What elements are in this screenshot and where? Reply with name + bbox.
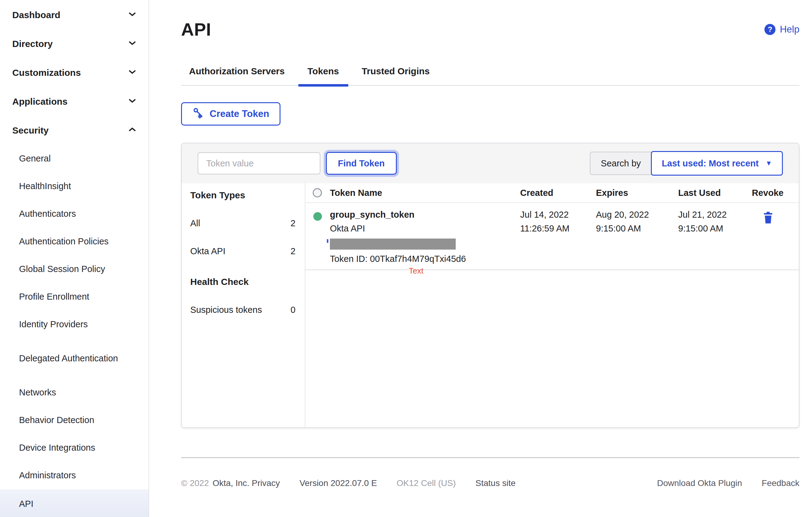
tab-tokens[interactable]: Tokens bbox=[299, 66, 347, 85]
filter-suspicious-tokens[interactable]: Suspicious tokens 0 bbox=[190, 305, 295, 315]
expires-cell: Aug 20, 2022 9:15:00 AM bbox=[596, 210, 678, 264]
token-type: Okta API bbox=[330, 224, 520, 234]
column-expires: Expires bbox=[596, 188, 678, 198]
sidebar-item-label: Directory bbox=[12, 39, 53, 49]
help-icon: ? bbox=[764, 24, 776, 35]
main-content: API ? Help Authorization Servers Tokens … bbox=[149, 0, 812, 517]
help-label: Help bbox=[780, 24, 800, 35]
sidebar-item-device-integrations[interactable]: Device Integrations bbox=[0, 434, 148, 462]
sidebar-item-customizations[interactable]: Customizations bbox=[0, 58, 148, 87]
sidebar-item-label: Dashboard bbox=[12, 10, 60, 20]
text-annotation: Text bbox=[409, 266, 424, 276]
tokens-table: Token Name Created Expires Last Used Rev… bbox=[306, 183, 799, 427]
column-last-used: Last Used bbox=[678, 188, 752, 198]
cursor-tick bbox=[327, 239, 328, 243]
tab-authorization-servers[interactable]: Authorization Servers bbox=[181, 66, 293, 85]
token-search-bar: Find Token Search by Last used: Most rec… bbox=[182, 143, 799, 183]
created-date: Jul 14, 2022 bbox=[520, 210, 596, 220]
token-name-cell: group_synch_token Okta API Token ID: 00T… bbox=[330, 210, 520, 264]
version-label: Version 2022.07.0 E bbox=[299, 478, 377, 488]
filter-okta-api[interactable]: Okta API 2 bbox=[190, 246, 295, 256]
sidebar-item-label: Customizations bbox=[12, 67, 81, 78]
expires-time: 9:15:00 AM bbox=[596, 224, 678, 234]
feedback-link[interactable]: Feedback bbox=[762, 478, 800, 488]
sidebar-item-label: Applications bbox=[12, 96, 67, 107]
filter-all[interactable]: All 2 bbox=[190, 218, 295, 228]
sidebar-item-dashboard[interactable]: Dashboard bbox=[0, 1, 148, 29]
filter-count: 0 bbox=[291, 305, 295, 315]
page-title: API bbox=[181, 19, 211, 39]
company-privacy-link[interactable]: Okta, Inc. Privacy bbox=[213, 478, 280, 488]
tab-trusted-origins[interactable]: Trusted Origins bbox=[354, 66, 438, 85]
chevron-down-icon bbox=[127, 38, 138, 50]
status-cell bbox=[306, 210, 330, 264]
sidebar-item-directory[interactable]: Directory bbox=[0, 29, 148, 58]
sidebar-item-profile-enrollment[interactable]: Profile Enrollment bbox=[0, 283, 148, 311]
sidebar-item-healthinsight[interactable]: HealthInsight bbox=[0, 173, 148, 200]
filter-count: 2 bbox=[291, 218, 295, 228]
last-used-date: Jul 21, 2022 bbox=[678, 210, 752, 220]
select-all-radio[interactable] bbox=[313, 188, 322, 197]
sort-dropdown[interactable]: Last used: Most recent ▼ bbox=[651, 151, 783, 176]
key-plus-icon bbox=[193, 107, 204, 121]
caret-down-icon: ▼ bbox=[765, 159, 772, 167]
create-token-label: Create Token bbox=[210, 108, 269, 119]
column-token-name: Token Name bbox=[330, 188, 520, 198]
token-value-input[interactable] bbox=[198, 152, 320, 174]
status-site-link[interactable]: Status site bbox=[475, 478, 516, 488]
create-token-button[interactable]: Create Token bbox=[181, 102, 281, 125]
filter-count: 2 bbox=[291, 246, 295, 256]
last-used-time: 9:15:00 AM bbox=[678, 224, 752, 234]
footer-divider bbox=[181, 457, 800, 458]
table-header: Token Name Created Expires Last Used Rev… bbox=[306, 183, 799, 203]
sidebar-item-authentication-policies[interactable]: Authentication Policies bbox=[0, 228, 148, 255]
chevron-down-icon bbox=[127, 67, 138, 79]
filter-label: Suspicious tokens bbox=[190, 305, 262, 315]
redacted-token-value bbox=[330, 238, 456, 250]
revoke-cell bbox=[752, 210, 799, 264]
sidebar-item-label: Security bbox=[12, 125, 49, 136]
active-status-dot bbox=[313, 212, 322, 221]
token-name: group_synch_token bbox=[330, 210, 520, 220]
health-check-title: Health Check bbox=[190, 277, 295, 287]
chevron-down-icon bbox=[127, 95, 138, 108]
page-header: API ? Help bbox=[181, 19, 800, 39]
sidebar-item-security[interactable]: Security bbox=[0, 116, 148, 145]
filter-label: All bbox=[190, 218, 200, 228]
sidebar-item-global-session-policy[interactable]: Global Session Policy bbox=[0, 255, 148, 283]
sidebar-item-administrators[interactable]: Administrators bbox=[0, 462, 148, 489]
sidebar-item-applications[interactable]: Applications bbox=[0, 87, 148, 116]
created-cell: Jul 14, 2022 11:26:59 AM bbox=[520, 210, 596, 264]
sidebar-item-behavior-detection[interactable]: Behavior Detection bbox=[0, 406, 148, 434]
tab-bar: Authorization Servers Tokens Trusted Ori… bbox=[181, 66, 800, 86]
sidebar-item-general[interactable]: General bbox=[0, 145, 148, 173]
filter-label: Okta API bbox=[190, 246, 225, 256]
table-row: group_synch_token Okta API Token ID: 00T… bbox=[306, 203, 799, 270]
trash-icon bbox=[763, 220, 773, 225]
created-time: 11:26:59 AM bbox=[520, 224, 596, 234]
sidebar-item-identity-providers[interactable]: Identity Providers bbox=[0, 311, 148, 338]
download-okta-plugin-link[interactable]: Download Okta Plugin bbox=[657, 478, 742, 488]
chevron-up-icon bbox=[127, 124, 138, 137]
help-link[interactable]: ? Help bbox=[764, 24, 800, 35]
last-used-cell: Jul 21, 2022 9:15:00 AM bbox=[678, 210, 752, 264]
tokens-panel: Find Token Search by Last used: Most rec… bbox=[181, 143, 800, 428]
expires-date: Aug 20, 2022 bbox=[596, 210, 678, 220]
sidebar-item-authenticators[interactable]: Authenticators bbox=[0, 200, 148, 228]
footer-links: Download Okta Plugin Feedback bbox=[657, 478, 800, 488]
okta-admin-app: Dashboard Directory Customizations Appli… bbox=[0, 0, 812, 517]
token-types-sidebar: Token Types All 2 Okta API 2 Health Chec… bbox=[182, 183, 306, 427]
sidebar: Dashboard Directory Customizations Appli… bbox=[0, 0, 149, 517]
copyright: © 2022 bbox=[181, 478, 209, 488]
search-by-label: Search by bbox=[590, 152, 652, 175]
sidebar-item-api[interactable]: API bbox=[0, 489, 148, 517]
token-types-title: Token Types bbox=[190, 190, 295, 200]
sidebar-item-delegated-authentication[interactable]: Delegated Authentication bbox=[0, 338, 148, 379]
find-token-button[interactable]: Find Token bbox=[326, 152, 397, 175]
cell-label: OK12 Cell (US) bbox=[397, 478, 456, 488]
chevron-down-icon bbox=[127, 9, 138, 22]
footer: © 2022 Okta, Inc. Privacy Version 2022.0… bbox=[181, 478, 800, 488]
sort-control: Search by Last used: Most recent ▼ bbox=[590, 151, 783, 176]
sidebar-item-networks[interactable]: Networks bbox=[0, 379, 148, 406]
revoke-token-button[interactable] bbox=[761, 210, 775, 227]
